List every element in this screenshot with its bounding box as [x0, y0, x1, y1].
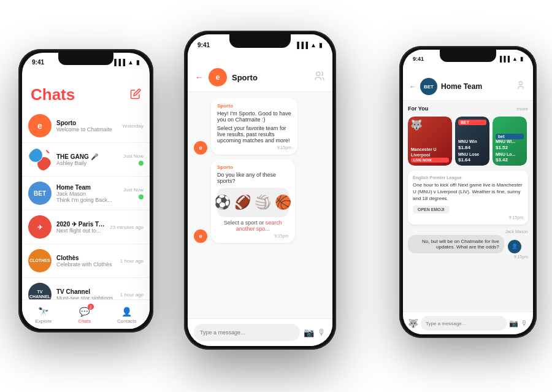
battery-icon-left: ▮: [136, 59, 140, 66]
chat-time: Just Now: [123, 153, 144, 159]
explore-icon: 🔭: [38, 306, 49, 317]
epl-league-label: English Premier League: [413, 175, 523, 180]
sporto-header-name: Sporto: [232, 73, 258, 82]
sports-icons: ⚽ 🏈 🏐 🏀: [217, 188, 289, 217]
chat-time: 1 hour ago: [120, 292, 144, 298]
nav-chats[interactable]: 💬 Chats: [78, 306, 91, 324]
group-icon: [314, 71, 325, 84]
chat-preview: Jack Mason: [56, 191, 118, 197]
wifi-icon-left: ▲: [128, 59, 134, 66]
list-item[interactable]: BET Home Team Jack Mason Think I'm going…: [22, 177, 150, 210]
more-label[interactable]: more: [517, 106, 528, 112]
status-time-mid: 9:41: [197, 42, 210, 48]
lose-odds: $1.64: [458, 157, 486, 163]
user-sender-name: Jack Mason: [505, 229, 528, 234]
signal-icon-left: ▐▐▐: [112, 59, 125, 66]
ht-message-input[interactable]: [421, 316, 507, 331]
message-time: 9:15pm: [217, 145, 291, 150]
phone-chats: 9:41 ▐▐▐ ▲ ▮ Chats: [18, 49, 153, 332]
live-badge: LIVE NOW: [411, 158, 449, 163]
bottom-nav: 🔭 Explore 💬 Chats 👤 Contacts: [22, 299, 150, 329]
ht-mic-icon[interactable]: 🎙: [521, 319, 528, 328]
chat-preview-2: Think I'm going Back...: [56, 197, 118, 203]
contacts-icon: 👤: [121, 306, 132, 317]
user-message-bubble: No, but will be on Chatmaite for live up…: [408, 235, 504, 253]
basketball-icon[interactable]: 🏀: [275, 193, 291, 212]
chat-preview: Ashley Baily: [56, 160, 118, 166]
message-row: e Sporto Do you like any of these sports…: [194, 159, 323, 243]
bet-card-manchester[interactable]: 🐺 Mancester U Liverpool LIVE NOW: [408, 117, 452, 166]
message-bubble: Sporto Do you like any of these sports? …: [211, 159, 295, 243]
message-bubble: Sporto Hey! I'm Sporto. Good to have you…: [211, 98, 297, 155]
svg-point-1: [519, 82, 522, 85]
scene: 9:41 ▐▐▐ ▲ ▮ Chats: [0, 0, 552, 392]
list-item[interactable]: 2 THE GANG 🎤 Ashley Baily Just Now: [22, 143, 150, 177]
ht-back-button[interactable]: ←: [409, 82, 416, 91]
edit-icon[interactable]: [130, 88, 141, 102]
wifi-icon-right: ▲: [512, 56, 518, 62]
win-odds: $1.84: [458, 145, 486, 150]
message-time: 9:15pm: [217, 234, 289, 238]
search-sport-link[interactable]: search another spo...: [236, 220, 282, 232]
bot-avatar: e: [194, 229, 207, 243]
signal-icon-right: ▐▐▐: [498, 56, 510, 62]
phone-sporto-chat: 9:41 ▐▐▐ ▲ ▮ ← e Sporto: [184, 31, 336, 350]
epl-text: One hour to kick off! Next game live is …: [413, 182, 523, 202]
unread-indicator: [139, 161, 144, 166]
status-time-right: 9:41: [413, 56, 424, 62]
camera-icon[interactable]: 📷: [304, 328, 314, 337]
chat-preview: Must-see star sightings: [56, 295, 115, 300]
home-team-screen: 9:41 ▐▐▐ ▲ ▮ ← BET Home Team: [403, 50, 533, 334]
chat-name: Sporto: [56, 120, 117, 126]
epl-notification: English Premier League One hour to kick …: [408, 171, 528, 225]
notch-mid: [229, 34, 291, 48]
avatar-paris: ✈: [28, 215, 52, 239]
soccer-ball-icon[interactable]: ⚽: [214, 193, 231, 212]
avatar-clothes: CLOTHES: [28, 249, 52, 272]
chats-icon: 💬: [79, 306, 90, 317]
chat-name: 2020 ✈ Paris Trip: [56, 221, 105, 228]
group-icon-right: [517, 80, 527, 93]
card-team1: Mancester U: [411, 147, 449, 152]
chat-time: Yesterday: [122, 123, 144, 129]
bet-cards-row: 🐺 Mancester U Liverpool LIVE NOW: [408, 117, 528, 166]
nav-contacts-label: Contacts: [117, 318, 137, 324]
football-icon[interactable]: 🏈: [234, 193, 251, 212]
signal-icon-mid: ▐▐▐: [295, 42, 308, 48]
avatar-gang: 2: [28, 148, 52, 171]
chats-title: Chats: [31, 85, 75, 104]
battery-icon-right: ▮: [520, 56, 523, 62]
bet-card-mnu-win[interactable]: BET MNU Win $1.84 MNU Lose $1.64: [455, 117, 489, 166]
bet-card-mnu-win2[interactable]: bet MNU Wi... $1.52 MNU Lo... $3.42: [493, 117, 527, 166]
lose-label: MNU Lose: [458, 152, 486, 157]
list-item[interactable]: e Sporto Welcome to Chatmaite Yesterday: [22, 109, 150, 143]
avatar-hometeam: BET: [28, 182, 52, 205]
ht-camera-icon[interactable]: 📷: [509, 319, 518, 328]
sporto-header-avatar: e: [209, 68, 227, 86]
sender-name: Sporto: [217, 164, 289, 170]
ht-avatar: BET: [420, 78, 437, 95]
volleyball-icon[interactable]: 🏐: [255, 193, 271, 212]
chat-name: Clothès: [56, 255, 115, 261]
sporto-chat-screen: 9:41 ▐▐▐ ▲ ▮ ← e Sporto: [188, 34, 332, 346]
mic-icon[interactable]: 🎙: [318, 328, 326, 337]
message-input[interactable]: [194, 324, 300, 341]
nav-explore[interactable]: 🔭 Explore: [35, 306, 52, 324]
ht-header-name: Home Team: [441, 82, 513, 91]
nav-explore-label: Explore: [35, 318, 52, 324]
chat-list: e Sporto Welcome to Chatmaite Yesterday: [22, 109, 150, 299]
nav-contacts[interactable]: 👤 Contacts: [117, 306, 137, 324]
list-item[interactable]: TV CHANNEL TV Channel Must-see star sigh…: [22, 278, 150, 299]
chat-name: THE GANG 🎤: [56, 153, 118, 160]
list-item[interactable]: CLOTHES Clothès Celebrate with Clothès 1…: [22, 244, 150, 278]
list-item[interactable]: ✈ 2020 ✈ Paris Trip Next flight out to..…: [22, 210, 150, 244]
ht-content: For You more 🐺 Mancester: [403, 101, 533, 312]
open-emoji-button[interactable]: OPEN EMOJI: [413, 206, 450, 213]
chat-preview: Celebrate with Clothès: [56, 261, 115, 267]
sender-name: Sporto: [217, 103, 291, 109]
chat-input-bar: 📷 🎙: [188, 318, 332, 346]
phone-home-team: 9:41 ▐▐▐ ▲ ▮ ← BET Home Team: [399, 46, 537, 338]
message-subtext: Select your favorite team for live resul…: [217, 125, 291, 144]
battery-icon-mid: ▮: [319, 42, 323, 48]
back-button[interactable]: ←: [195, 72, 204, 82]
